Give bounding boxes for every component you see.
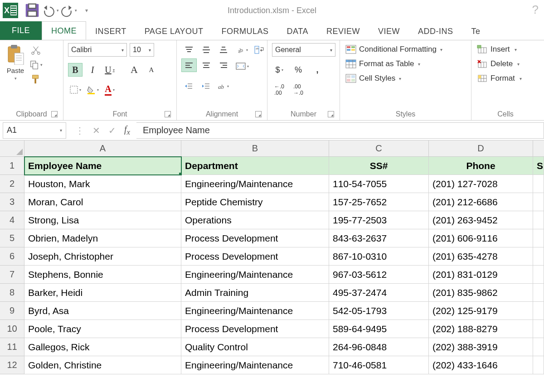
number-dialog-launcher[interactable] [328, 111, 334, 117]
row-header-4[interactable]: 4 [0, 211, 24, 229]
clipboard-dialog-launcher[interactable] [51, 111, 58, 117]
cell-D6[interactable]: (201) 635-4278 [429, 247, 533, 266]
align-center-button[interactable] [199, 58, 214, 72]
font-dialog-launcher[interactable] [165, 111, 171, 117]
cell-D4[interactable]: (201) 263-9452 [429, 211, 533, 229]
copy-button[interactable] [29, 59, 43, 70]
tab-data[interactable]: DATA [278, 22, 317, 40]
qat-customize-button[interactable]: ▾ [78, 2, 95, 19]
cell-E6[interactable] [533, 247, 544, 266]
cancel-formula-button[interactable]: ✕ [92, 125, 100, 136]
cell-B6[interactable]: Process Development [181, 247, 329, 266]
format-painter-button[interactable] [29, 74, 43, 85]
save-button[interactable] [24, 2, 41, 19]
insert-cells-button[interactable]: Insert▾ [476, 43, 518, 56]
cell-C8[interactable]: 495-37-2474 [329, 284, 429, 302]
formula-input[interactable]: Employee Name [136, 122, 544, 139]
paste-button[interactable]: Paste ▾ [5, 43, 26, 82]
formula-options-icon[interactable]: ⋮ [75, 125, 84, 136]
cell-D1[interactable]: Phone [429, 157, 533, 175]
cell-A5[interactable]: Obrien, Madelyn [24, 229, 181, 247]
undo-button[interactable] [42, 2, 59, 19]
cell-A4[interactable]: Strong, Lisa [24, 211, 181, 229]
tab-addins[interactable]: ADD-INS [409, 22, 462, 40]
delete-cells-button[interactable]: Delete▾ [476, 58, 520, 70]
cell-A8[interactable]: Barker, Heidi [24, 284, 181, 302]
conditional-formatting-button[interactable]: Conditional Formatting▾ [345, 43, 443, 56]
cell-E10[interactable] [533, 320, 544, 338]
font-name-combo[interactable]: Calibri▾ [68, 43, 127, 57]
cell-B11[interactable]: Quality Control [181, 338, 329, 356]
cell-C10[interactable]: 589-64-9495 [329, 320, 429, 338]
orientation-button[interactable]: ab [235, 43, 249, 57]
comma-button[interactable]: , [310, 63, 325, 77]
cell-E5[interactable] [533, 229, 544, 247]
fx-icon[interactable]: fx [124, 124, 130, 137]
shrink-font-button[interactable]: A [144, 63, 159, 77]
cell-C2[interactable]: 110-54-7055 [329, 175, 429, 193]
tab-page-layout[interactable]: PAGE LAYOUT [136, 22, 213, 40]
cell-C6[interactable]: 867-10-0310 [329, 247, 429, 266]
cell-B10[interactable]: Process Development [181, 320, 329, 338]
cell-D3[interactable]: (201) 212-6686 [429, 193, 533, 211]
column-header-E[interactable] [533, 140, 544, 157]
cell-A11[interactable]: Gallegos, Rick [24, 338, 181, 356]
help-icon[interactable]: ? [532, 3, 539, 17]
cell-C4[interactable]: 195-77-2503 [329, 211, 429, 229]
cell-B1[interactable]: Department [181, 157, 329, 175]
format-cells-button[interactable]: Format▾ [476, 72, 523, 85]
cell-B12[interactable]: Engineering/Maintenance [181, 356, 329, 374]
cell-styles-button[interactable]: Cell Styles▾ [345, 72, 402, 85]
tab-review[interactable]: REVIEW [317, 22, 369, 40]
cell-C3[interactable]: 157-25-7652 [329, 193, 429, 211]
cell-E7[interactable] [533, 266, 544, 284]
wrap-text-button[interactable]: ab [252, 43, 267, 57]
tab-file[interactable]: FILE [0, 21, 42, 40]
cell-D10[interactable]: (202) 188-8279 [429, 320, 533, 338]
cell-E3[interactable] [533, 193, 544, 211]
cell-E12[interactable] [533, 356, 544, 374]
cell-D7[interactable]: (201) 831-0129 [429, 266, 533, 284]
cell-E2[interactable] [533, 175, 544, 193]
cell-D11[interactable]: (202) 388-3919 [429, 338, 533, 356]
cell-E8[interactable] [533, 284, 544, 302]
cell-D12[interactable]: (202) 433-1646 [429, 356, 533, 374]
currency-button[interactable]: $ [272, 63, 287, 77]
column-header-C[interactable]: C [329, 140, 429, 157]
tab-formulas[interactable]: FORMULAS [213, 22, 278, 40]
tab-view[interactable]: VIEW [369, 22, 409, 40]
cell-D8[interactable]: (201) 835-9862 [429, 284, 533, 302]
column-header-B[interactable]: B [181, 140, 329, 157]
row-header-7[interactable]: 7 [0, 266, 24, 284]
row-header-9[interactable]: 9 [0, 302, 24, 320]
cell-C1[interactable]: SS# [329, 157, 429, 175]
column-header-A[interactable]: A [24, 140, 181, 157]
cell-B2[interactable]: Engineering/Maintenance [181, 175, 329, 193]
number-format-combo[interactable]: General▾ [272, 43, 335, 57]
align-bottom-button[interactable] [216, 43, 231, 57]
cell-B9[interactable]: Engineering/Maintenance [181, 302, 329, 320]
orientation-button-2[interactable]: ab [216, 79, 230, 93]
align-top-button[interactable] [181, 43, 197, 57]
align-right-button[interactable] [216, 58, 231, 72]
cell-A3[interactable]: Moran, Carol [24, 193, 181, 211]
format-as-table-button[interactable]: Format as Table▾ [345, 58, 421, 70]
row-header-10[interactable]: 10 [0, 320, 24, 338]
name-box[interactable]: A1▾ [3, 122, 66, 139]
underline-button[interactable]: U [102, 63, 117, 77]
cell-D5[interactable]: (201) 606-9116 [429, 229, 533, 247]
cell-E9[interactable] [533, 302, 544, 320]
cell-D9[interactable]: (202) 125-9179 [429, 302, 533, 320]
tab-extra[interactable]: Te [462, 22, 489, 40]
italic-button[interactable]: I [85, 63, 100, 77]
font-size-combo[interactable]: 10▾ [130, 43, 154, 57]
cell-A7[interactable]: Stephens, Bonnie [24, 266, 181, 284]
decrease-decimal-button[interactable]: .00→.0 [291, 83, 306, 97]
column-header-D[interactable]: D [429, 140, 533, 157]
row-header-2[interactable]: 2 [0, 175, 24, 193]
cell-B3[interactable]: Peptide Chemistry [181, 193, 329, 211]
cell-C9[interactable]: 542-05-1793 [329, 302, 429, 320]
align-left-button[interactable] [181, 58, 197, 72]
cell-C12[interactable]: 710-46-0581 [329, 356, 429, 374]
row-header-8[interactable]: 8 [0, 284, 24, 302]
